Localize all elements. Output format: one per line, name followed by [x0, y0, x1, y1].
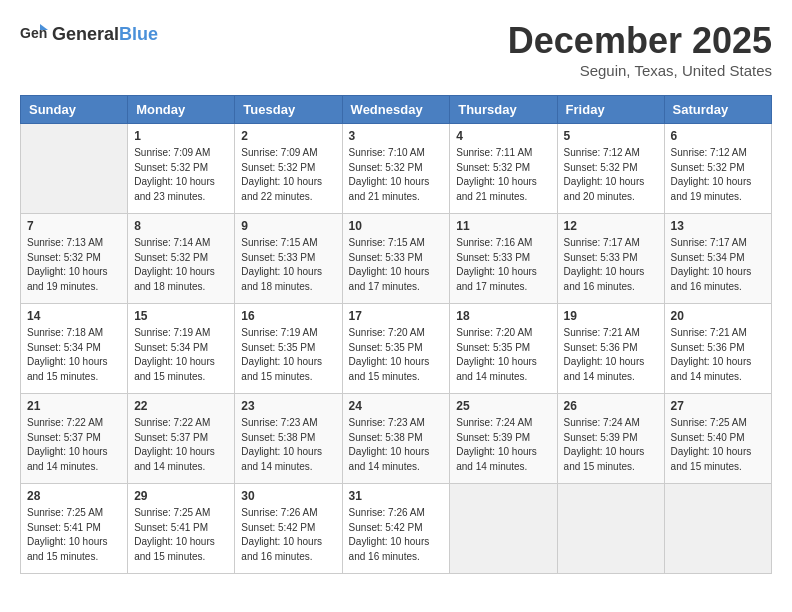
day-info: Sunrise: 7:24 AM Sunset: 5:39 PM Dayligh… — [564, 416, 658, 474]
day-number: 27 — [671, 399, 765, 413]
day-number: 30 — [241, 489, 335, 503]
calendar-cell: 22Sunrise: 7:22 AM Sunset: 5:37 PM Dayli… — [128, 394, 235, 484]
day-info: Sunrise: 7:09 AM Sunset: 5:32 PM Dayligh… — [134, 146, 228, 204]
calendar-header-wednesday: Wednesday — [342, 96, 450, 124]
day-info: Sunrise: 7:26 AM Sunset: 5:42 PM Dayligh… — [349, 506, 444, 564]
logo-icon: Gen — [20, 20, 48, 48]
calendar-cell: 28Sunrise: 7:25 AM Sunset: 5:41 PM Dayli… — [21, 484, 128, 574]
calendar-cell: 14Sunrise: 7:18 AM Sunset: 5:34 PM Dayli… — [21, 304, 128, 394]
calendar-header-monday: Monday — [128, 96, 235, 124]
day-info: Sunrise: 7:10 AM Sunset: 5:32 PM Dayligh… — [349, 146, 444, 204]
calendar-cell: 16Sunrise: 7:19 AM Sunset: 5:35 PM Dayli… — [235, 304, 342, 394]
day-number: 21 — [27, 399, 121, 413]
day-info: Sunrise: 7:18 AM Sunset: 5:34 PM Dayligh… — [27, 326, 121, 384]
day-info: Sunrise: 7:19 AM Sunset: 5:34 PM Dayligh… — [134, 326, 228, 384]
day-number: 6 — [671, 129, 765, 143]
logo: Gen GeneralBlue — [20, 20, 158, 48]
page-header: Gen GeneralBlue December 2025 Seguin, Te… — [20, 20, 772, 79]
day-number: 4 — [456, 129, 550, 143]
calendar-cell: 24Sunrise: 7:23 AM Sunset: 5:38 PM Dayli… — [342, 394, 450, 484]
calendar-cell — [557, 484, 664, 574]
calendar-cell: 21Sunrise: 7:22 AM Sunset: 5:37 PM Dayli… — [21, 394, 128, 484]
day-info: Sunrise: 7:22 AM Sunset: 5:37 PM Dayligh… — [27, 416, 121, 474]
day-number: 15 — [134, 309, 228, 323]
day-info: Sunrise: 7:23 AM Sunset: 5:38 PM Dayligh… — [349, 416, 444, 474]
day-number: 19 — [564, 309, 658, 323]
day-number: 23 — [241, 399, 335, 413]
calendar-cell: 31Sunrise: 7:26 AM Sunset: 5:42 PM Dayli… — [342, 484, 450, 574]
day-number: 3 — [349, 129, 444, 143]
calendar-week-row: 21Sunrise: 7:22 AM Sunset: 5:37 PM Dayli… — [21, 394, 772, 484]
day-info: Sunrise: 7:21 AM Sunset: 5:36 PM Dayligh… — [564, 326, 658, 384]
day-number: 29 — [134, 489, 228, 503]
day-info: Sunrise: 7:20 AM Sunset: 5:35 PM Dayligh… — [349, 326, 444, 384]
calendar-header-row: SundayMondayTuesdayWednesdayThursdayFrid… — [21, 96, 772, 124]
day-info: Sunrise: 7:16 AM Sunset: 5:33 PM Dayligh… — [456, 236, 550, 294]
day-info: Sunrise: 7:09 AM Sunset: 5:32 PM Dayligh… — [241, 146, 335, 204]
month-title: December 2025 — [508, 20, 772, 62]
calendar-cell: 26Sunrise: 7:24 AM Sunset: 5:39 PM Dayli… — [557, 394, 664, 484]
calendar-header-tuesday: Tuesday — [235, 96, 342, 124]
calendar-table: SundayMondayTuesdayWednesdayThursdayFrid… — [20, 95, 772, 574]
day-number: 25 — [456, 399, 550, 413]
calendar-header-saturday: Saturday — [664, 96, 771, 124]
day-info: Sunrise: 7:23 AM Sunset: 5:38 PM Dayligh… — [241, 416, 335, 474]
calendar-cell: 4Sunrise: 7:11 AM Sunset: 5:32 PM Daylig… — [450, 124, 557, 214]
calendar-cell: 9Sunrise: 7:15 AM Sunset: 5:33 PM Daylig… — [235, 214, 342, 304]
day-number: 16 — [241, 309, 335, 323]
day-number: 24 — [349, 399, 444, 413]
calendar-cell: 23Sunrise: 7:23 AM Sunset: 5:38 PM Dayli… — [235, 394, 342, 484]
calendar-week-row: 1Sunrise: 7:09 AM Sunset: 5:32 PM Daylig… — [21, 124, 772, 214]
calendar-header-thursday: Thursday — [450, 96, 557, 124]
day-number: 7 — [27, 219, 121, 233]
day-number: 13 — [671, 219, 765, 233]
day-info: Sunrise: 7:20 AM Sunset: 5:35 PM Dayligh… — [456, 326, 550, 384]
calendar-cell: 11Sunrise: 7:16 AM Sunset: 5:33 PM Dayli… — [450, 214, 557, 304]
location: Seguin, Texas, United States — [508, 62, 772, 79]
day-info: Sunrise: 7:26 AM Sunset: 5:42 PM Dayligh… — [241, 506, 335, 564]
day-info: Sunrise: 7:13 AM Sunset: 5:32 PM Dayligh… — [27, 236, 121, 294]
day-info: Sunrise: 7:15 AM Sunset: 5:33 PM Dayligh… — [349, 236, 444, 294]
calendar-cell: 5Sunrise: 7:12 AM Sunset: 5:32 PM Daylig… — [557, 124, 664, 214]
day-info: Sunrise: 7:21 AM Sunset: 5:36 PM Dayligh… — [671, 326, 765, 384]
logo-text-general: General — [52, 24, 119, 44]
day-number: 2 — [241, 129, 335, 143]
day-info: Sunrise: 7:12 AM Sunset: 5:32 PM Dayligh… — [671, 146, 765, 204]
day-number: 11 — [456, 219, 550, 233]
day-number: 9 — [241, 219, 335, 233]
day-number: 5 — [564, 129, 658, 143]
calendar-cell — [21, 124, 128, 214]
calendar-cell: 29Sunrise: 7:25 AM Sunset: 5:41 PM Dayli… — [128, 484, 235, 574]
calendar-cell: 3Sunrise: 7:10 AM Sunset: 5:32 PM Daylig… — [342, 124, 450, 214]
calendar-cell: 19Sunrise: 7:21 AM Sunset: 5:36 PM Dayli… — [557, 304, 664, 394]
calendar-week-row: 14Sunrise: 7:18 AM Sunset: 5:34 PM Dayli… — [21, 304, 772, 394]
day-info: Sunrise: 7:12 AM Sunset: 5:32 PM Dayligh… — [564, 146, 658, 204]
day-info: Sunrise: 7:11 AM Sunset: 5:32 PM Dayligh… — [456, 146, 550, 204]
calendar-cell: 10Sunrise: 7:15 AM Sunset: 5:33 PM Dayli… — [342, 214, 450, 304]
day-info: Sunrise: 7:17 AM Sunset: 5:33 PM Dayligh… — [564, 236, 658, 294]
calendar-cell: 1Sunrise: 7:09 AM Sunset: 5:32 PM Daylig… — [128, 124, 235, 214]
calendar-cell: 12Sunrise: 7:17 AM Sunset: 5:33 PM Dayli… — [557, 214, 664, 304]
day-info: Sunrise: 7:25 AM Sunset: 5:40 PM Dayligh… — [671, 416, 765, 474]
day-number: 28 — [27, 489, 121, 503]
calendar-cell: 27Sunrise: 7:25 AM Sunset: 5:40 PM Dayli… — [664, 394, 771, 484]
calendar-cell: 18Sunrise: 7:20 AM Sunset: 5:35 PM Dayli… — [450, 304, 557, 394]
calendar-cell — [664, 484, 771, 574]
calendar-header-sunday: Sunday — [21, 96, 128, 124]
calendar-cell: 15Sunrise: 7:19 AM Sunset: 5:34 PM Dayli… — [128, 304, 235, 394]
day-number: 18 — [456, 309, 550, 323]
calendar-cell: 6Sunrise: 7:12 AM Sunset: 5:32 PM Daylig… — [664, 124, 771, 214]
calendar-cell — [450, 484, 557, 574]
day-info: Sunrise: 7:25 AM Sunset: 5:41 PM Dayligh… — [27, 506, 121, 564]
calendar-week-row: 7Sunrise: 7:13 AM Sunset: 5:32 PM Daylig… — [21, 214, 772, 304]
day-number: 1 — [134, 129, 228, 143]
day-info: Sunrise: 7:22 AM Sunset: 5:37 PM Dayligh… — [134, 416, 228, 474]
calendar-cell: 25Sunrise: 7:24 AM Sunset: 5:39 PM Dayli… — [450, 394, 557, 484]
calendar-cell: 30Sunrise: 7:26 AM Sunset: 5:42 PM Dayli… — [235, 484, 342, 574]
day-number: 31 — [349, 489, 444, 503]
day-info: Sunrise: 7:14 AM Sunset: 5:32 PM Dayligh… — [134, 236, 228, 294]
day-info: Sunrise: 7:17 AM Sunset: 5:34 PM Dayligh… — [671, 236, 765, 294]
day-number: 10 — [349, 219, 444, 233]
calendar-cell: 8Sunrise: 7:14 AM Sunset: 5:32 PM Daylig… — [128, 214, 235, 304]
day-number: 14 — [27, 309, 121, 323]
